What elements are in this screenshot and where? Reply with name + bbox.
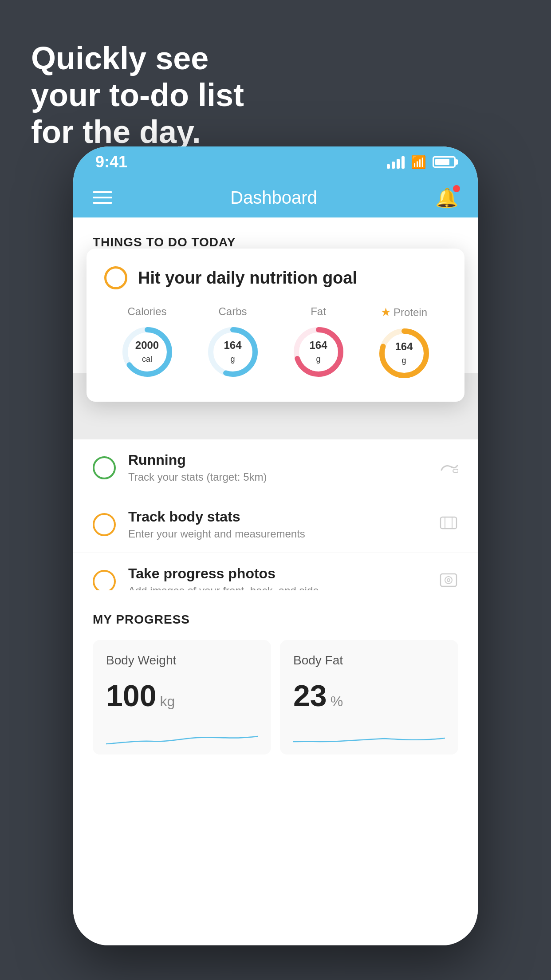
nutrition-fat: Fat 164g	[290, 305, 347, 381]
body-weight-number: 100	[106, 678, 156, 713]
todo-list: Running Track your stats (target: 5km) T…	[73, 439, 478, 610]
signal-icon	[387, 155, 405, 169]
body-weight-title: Body Weight	[106, 653, 258, 668]
svg-rect-12	[441, 574, 457, 586]
running-subtitle: Track your stats (target: 5km)	[128, 471, 439, 483]
svg-rect-9	[441, 517, 457, 529]
calories-value: 2000cal	[135, 339, 159, 365]
running-title: Running	[128, 452, 439, 468]
carbs-value: 164g	[224, 339, 241, 365]
main-content: THINGS TO DO TODAY Hit your daily nutrit…	[73, 217, 478, 945]
status-time: 9:41	[95, 153, 127, 171]
progress-photos-icon	[439, 570, 458, 592]
fat-label: Fat	[311, 305, 326, 318]
progress-cards: Body Weight 100 kg Body Fat 23 %	[73, 636, 478, 759]
running-circle	[93, 456, 116, 479]
headline: Quickly see your to-do list for the day.	[31, 40, 244, 150]
body-fat-value: 23 %	[293, 678, 445, 713]
fat-value: 164g	[309, 339, 327, 365]
carbs-donut: 164g	[204, 323, 262, 381]
calories-donut: 2000cal	[118, 323, 176, 381]
body-weight-value: 100 kg	[106, 678, 258, 713]
todo-body-stats[interactable]: Track body stats Enter your weight and m…	[73, 496, 478, 553]
body-stats-text: Track body stats Enter your weight and m…	[128, 509, 439, 540]
nutrition-card[interactable]: Hit your daily nutrition goal Calories 2…	[87, 249, 464, 402]
protein-donut: 164g	[375, 324, 433, 382]
nutrition-check-circle	[104, 266, 127, 289]
calories-label: Calories	[127, 305, 166, 318]
body-fat-number: 23	[293, 678, 327, 713]
body-fat-card[interactable]: Body Fat 23 %	[280, 640, 458, 755]
svg-point-8	[453, 469, 458, 473]
body-stats-subtitle: Enter your weight and measurements	[128, 528, 439, 540]
todo-running[interactable]: Running Track your stats (target: 5km)	[73, 439, 478, 496]
body-fat-unit: %	[331, 693, 343, 710]
body-stats-circle	[93, 513, 116, 536]
progress-header: MY PROGRESS	[73, 599, 478, 636]
status-icons: 📶	[387, 155, 456, 170]
running-icon	[439, 458, 458, 478]
progress-photos-circle	[93, 570, 116, 593]
body-stats-icon	[439, 514, 458, 535]
nutrition-card-header: Hit your daily nutrition goal	[104, 266, 447, 289]
body-weight-chart	[106, 722, 258, 753]
progress-section: MY PROGRESS Body Weight 100 kg Body Fat	[73, 590, 478, 759]
nutrition-calories: Calories 2000cal	[118, 305, 176, 381]
battery-icon	[433, 156, 456, 168]
notification-dot	[453, 185, 460, 192]
svg-point-13	[445, 577, 452, 584]
carbs-label: Carbs	[218, 305, 247, 318]
phone-shell: 9:41 📶 Dashboard 🔔 TH	[73, 146, 478, 945]
body-fat-chart	[293, 722, 445, 753]
status-bar: 9:41 📶	[73, 146, 478, 178]
nutrition-card-title: Hit your daily nutrition goal	[138, 269, 357, 288]
body-weight-card[interactable]: Body Weight 100 kg	[93, 640, 271, 755]
progress-photos-title: Take progress photos	[128, 565, 439, 582]
running-text: Running Track your stats (target: 5km)	[128, 452, 439, 483]
protein-label: ★Protein	[381, 305, 427, 319]
star-icon: ★	[381, 305, 391, 319]
svg-point-14	[447, 579, 450, 581]
body-stats-title: Track body stats	[128, 509, 439, 525]
wifi-icon: 📶	[411, 155, 426, 170]
app-header: Dashboard 🔔	[73, 178, 478, 217]
fat-donut: 164g	[290, 323, 347, 381]
hamburger-menu[interactable]	[93, 191, 112, 204]
nutrition-protein: ★Protein 164g	[375, 305, 433, 382]
nutrition-circles: Calories 2000cal Carbs	[104, 305, 447, 382]
header-title: Dashboard	[230, 188, 317, 208]
notification-bell-icon[interactable]: 🔔	[435, 187, 458, 209]
nutrition-carbs: Carbs 164g	[204, 305, 262, 381]
body-weight-unit: kg	[160, 693, 175, 710]
protein-value: 164g	[395, 340, 413, 366]
body-fat-title: Body Fat	[293, 653, 445, 668]
